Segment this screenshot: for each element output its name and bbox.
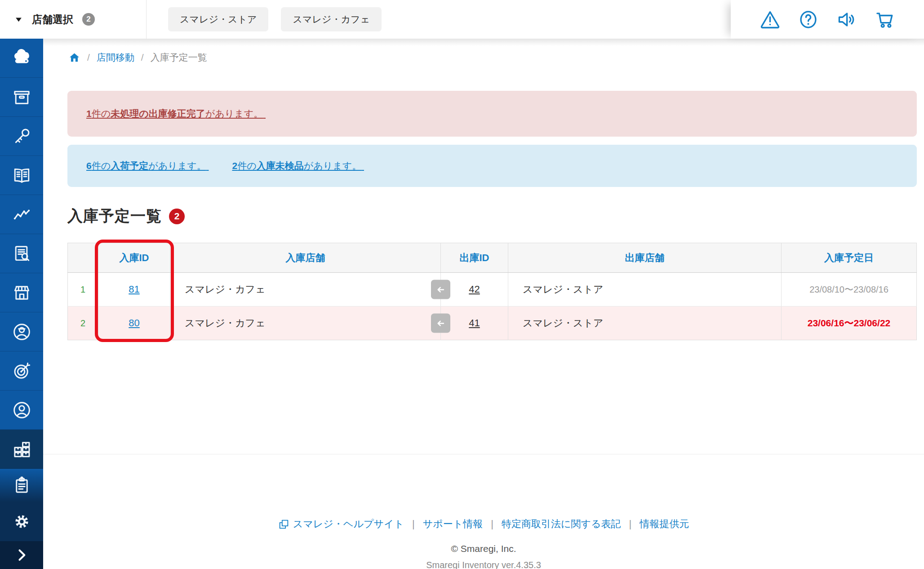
danger-alert-emphasis: 未処理の出庫修正完了 [111,108,205,119]
transfer-direction-button[interactable] [431,314,450,333]
info-alert-emphasis: 入荷予定 [111,160,148,171]
danger-alert-unit: 件の [92,108,111,119]
help-icon[interactable] [798,9,819,30]
incoming-id-link[interactable]: 81 [129,284,139,295]
footer-version: Smaregi Inventory ver.4.35.3 [43,560,924,569]
page-title-row: 入庫予定一覧 2 [67,206,924,227]
info-alert-unit: 件の [92,160,111,171]
target-icon [11,360,32,382]
danger-alert-link[interactable]: 1件の未処理の出庫修正完了があります。 [86,108,266,119]
cloud-icon [11,48,32,69]
footer-separator: | [412,518,415,530]
page-count-badge: 2 [169,209,185,224]
header-outgoing-id: 出庫ID [441,243,508,273]
info-alert-link-uninspected[interactable]: 2件の入庫未検品があります。 [232,160,364,172]
sidebar-expand-button[interactable] [0,541,43,569]
breadcrumb: / 店間移動 / 入庫予定一覧 [43,39,924,64]
table-row: 2 80 スマレジ・カフェ 41 スマレジ・ストア 23/06/16〜23/06… [68,307,917,340]
info-alert-suffix: があります。 [148,160,206,171]
footer-link-support[interactable]: サポート情報 [423,517,483,531]
footer-link-help-site[interactable]: スマレジ・ヘルプサイト [278,517,404,531]
header-row-number [68,243,98,273]
footer-separator: | [629,518,631,530]
inventory-icon [11,439,32,460]
store-selector-label: 店舗選択 [32,13,73,27]
info-alert-count: 6 [86,160,92,171]
footer-copyright: © Smaregi, Inc. [43,543,924,554]
danger-alert-suffix: があります。 [205,108,263,119]
footer-separator: | [491,518,493,530]
incoming-id-link[interactable]: 80 [129,317,139,329]
breadcrumb-link-transfer[interactable]: 店間移動 [97,51,134,64]
sidebar-item-catalog[interactable] [0,156,43,195]
footer-link-info-source[interactable]: 情報提供元 [640,517,689,531]
sidebar-item-account[interactable] [0,391,43,430]
caret-down-icon [14,15,23,24]
breadcrumb-home-link[interactable] [68,52,80,64]
incoming-schedule-table-wrap: 入庫ID 入庫店舗 出庫ID 出庫店舗 入庫予定日 1 81 スマレジ・カフェ [67,243,917,340]
outgoing-id-link[interactable]: 42 [469,284,480,295]
sidebar-item-settings[interactable] [0,502,43,541]
table-header-row: 入庫ID 入庫店舗 出庫ID 出庫店舗 入庫予定日 [68,243,917,273]
info-alert-count: 2 [232,160,238,171]
header-incoming-id: 入庫ID [98,243,170,273]
store-tab-cafe[interactable]: スマレジ・カフェ [281,7,381,31]
member-icon [11,321,32,342]
sidebar-item-targets[interactable] [0,351,43,391]
store-selector-dropdown[interactable]: 店舗選択 2 [0,0,147,39]
announcement-icon[interactable] [836,9,857,30]
page-footer: スマレジ・ヘルプサイト | サポート情報 | 特定商取引法に関する表記 | 情報… [43,454,924,569]
page-title: 入庫予定一覧 [67,206,162,227]
alert-icon[interactable] [760,9,781,30]
topbar: 店舗選択 2 スマレジ・ストア スマレジ・カフェ [0,0,924,39]
outgoing-id-link[interactable]: 41 [469,317,480,329]
info-alert-unit: 件の [237,160,257,171]
topbar-icon-panel [731,0,924,39]
info-alert-suffix: があります。 [304,160,361,171]
store-tab-store[interactable]: スマレジ・ストア [168,7,268,31]
book-icon [11,165,32,186]
footer-link-label: 情報提供元 [640,517,689,531]
sidebar-item-cloud[interactable] [0,39,43,78]
sidebar-item-analytics[interactable] [0,195,43,234]
account-icon [11,400,32,421]
footer-link-label: スマレジ・ヘルプサイト [293,517,404,531]
planned-date: 23/06/16〜23/06/22 [782,307,917,340]
document-search-icon [11,243,32,264]
sidebar-item-reports[interactable] [0,234,43,273]
danger-alert-banner: 1件の未処理の出庫修正完了があります。 [67,91,917,137]
external-link-icon [278,519,289,530]
breadcrumb-current-page: 入庫予定一覧 [151,51,207,64]
danger-alert-count: 1 [86,108,92,119]
sidebar-item-members[interactable] [0,312,43,351]
expand-chevron-icon [13,547,30,563]
sidebar-item-checklist[interactable] [0,469,43,502]
row-number: 2 [68,307,98,340]
sidebar-item-storage[interactable] [0,78,43,117]
table-row: 1 81 スマレジ・カフェ 42 スマレジ・ストア 23/08/10〜23/08… [68,273,917,307]
cart-icon[interactable] [874,9,895,30]
settings-gear-icon [11,511,32,532]
incoming-store-name: スマレジ・カフェ [170,307,441,340]
sidebar-nav [0,39,43,569]
breadcrumb-separator: / [87,52,90,63]
sidebar-item-inventory[interactable] [0,430,43,469]
header-planned-date: 入庫予定日 [782,243,917,273]
info-alert-link-arrivals[interactable]: 6件の入荷予定があります。 [86,160,209,172]
store-count-badge: 2 [82,13,95,26]
info-alert-banner: 6件の入荷予定があります。 2件の入庫未検品があります。 [67,145,917,187]
breadcrumb-separator: / [141,52,144,63]
clipboard-icon [11,475,32,496]
main-content: / 店間移動 / 入庫予定一覧 1件の未処理の出庫修正完了があります。 6件の入… [43,39,924,569]
key-icon [11,126,32,147]
storage-box-icon [11,87,32,108]
planned-date: 23/08/10〜23/08/16 [782,273,917,307]
sidebar-item-store[interactable] [0,273,43,312]
transfer-direction-button[interactable] [431,280,450,299]
sidebar-item-key[interactable] [0,117,43,156]
left-arrow-icon [435,284,447,295]
footer-link-commerce-law[interactable]: 特定商取引法に関する表記 [502,517,621,531]
sales-chart-icon [11,204,32,225]
store-icon [11,282,32,303]
header-outgoing-store: 出庫店舗 [508,243,782,273]
